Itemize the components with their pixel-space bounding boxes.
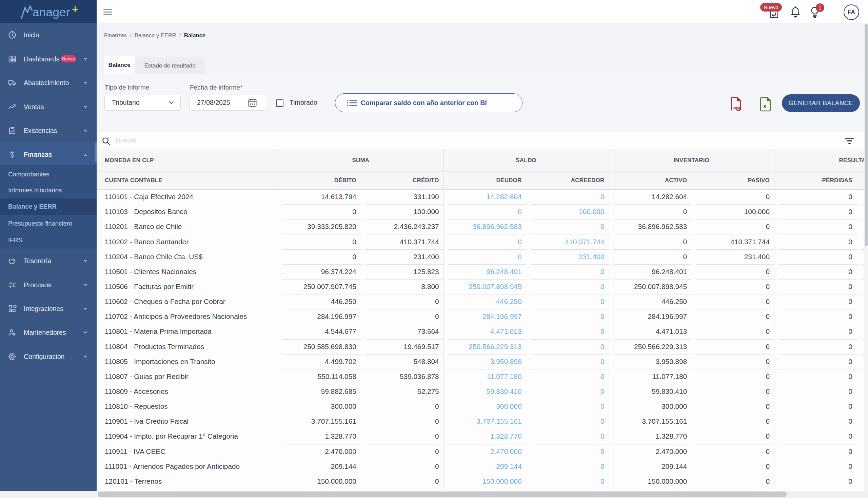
- svg-text:anager: anager: [32, 5, 70, 19]
- svg-text:PDF: PDF: [733, 106, 741, 110]
- svg-text:+: +: [72, 3, 79, 16]
- svg-text:x: x: [763, 103, 766, 109]
